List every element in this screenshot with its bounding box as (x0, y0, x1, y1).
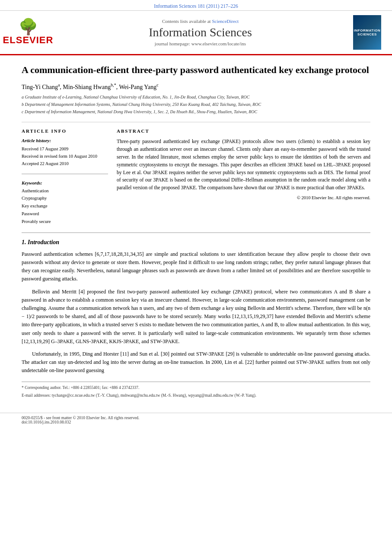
affiliation-a: a Graduate Institute of e-Learning, Nati… (22, 94, 370, 100)
doi-line: doi:10.1016/j.ins.2010.08.032 (22, 420, 370, 424)
journal-name: Information Sciences (56, 25, 344, 39)
bottom-bar: 0020-0255/$ - see front matter © 2010 El… (0, 413, 392, 427)
affiliation-b: b Department of Management Information S… (22, 101, 370, 108)
author-a-sup: a (58, 83, 60, 87)
sciencedirect-link[interactable]: ScienceDirect (212, 19, 239, 24)
section1-para3: Unfortunately, in 1995, Ding and Horster… (22, 350, 370, 375)
article-info-section: ARTICLE INFO Article history: Received 1… (22, 128, 108, 226)
journal-thumbnail: INFORMATION SCIENCES (353, 15, 383, 50)
author-b: Min-Shiang Hwang (63, 83, 111, 90)
author-b-sup: b,* (111, 83, 116, 87)
abstract-section: ABSTRACT Three-party password authentica… (117, 128, 370, 226)
journal-cover-image: INFORMATION SCIENCES (353, 15, 381, 50)
affiliations: a Graduate Institute of e-Learning, Nati… (22, 94, 370, 115)
authors-line: Ting-Yi Changa, Min-Shiang Hwangb,*, Wei… (22, 83, 370, 91)
keyword-4: Password (22, 210, 108, 218)
footnotes: * Corresponding author. Tel.: +886 4 228… (22, 382, 370, 398)
received-date: Received 17 August 2009 (22, 146, 108, 153)
author-c-sup: c (156, 83, 158, 87)
abstract-body: Three-party password authenticated key e… (117, 138, 370, 192)
contents-available-line: Contents lists available at ScienceDirec… (56, 19, 344, 24)
footnote-star: * Corresponding author. Tel.: +886 4 228… (22, 385, 370, 391)
affiliation-c: c Department of Information Management, … (22, 108, 370, 115)
elsevier-logo: 🌳 ELSEVIER (9, 19, 48, 46)
keyword-2: Cryptography (22, 194, 108, 202)
history-dates: Received 17 August 2009 Received in revi… (22, 146, 108, 167)
accepted-date: Accepted 22 August 2010 (22, 160, 108, 168)
section1-title: 1. Introduction (22, 239, 370, 246)
copyright-notice: © 2010 Elsevier Inc. All rights reserved… (117, 195, 370, 200)
section-divider (22, 232, 370, 233)
journal-center-info: Contents lists available at ScienceDirec… (56, 19, 344, 46)
keywords-list: Authentication Cryptography Key exchange… (22, 187, 108, 226)
elsevier-wordmark: ELSEVIER (3, 35, 54, 46)
section1-para2: Bellovin and Merritt [4] proposed the fi… (22, 288, 370, 346)
journal-header: 🌳 ELSEVIER Contents lists available at S… (0, 11, 392, 55)
article-history-label: Article history: (22, 138, 108, 143)
author-a: Ting-Yi Chang (22, 83, 58, 90)
journal-homepage: journal homepage: www.elsevier.com/locat… (56, 41, 344, 46)
citation-text: Information Sciences 181 (2011) 217–226 (154, 3, 238, 9)
author-c: Wei-Pang Yang (119, 83, 156, 90)
journal-citation: Information Sciences 181 (2011) 217–226 (0, 0, 392, 11)
keyword-1: Authentication (22, 187, 108, 195)
abstract-title: ABSTRACT (117, 128, 370, 134)
section1-para1: Password authentication schemes [6,7,17,… (22, 250, 370, 283)
keywords-label: Keywords: (22, 180, 108, 185)
article-info-title: ARTICLE INFO (22, 128, 108, 134)
revised-date: Received in revised form 10 August 2010 (22, 153, 108, 160)
paper-title: A communication-efficient three-party pa… (22, 64, 370, 76)
main-content: A communication-efficient three-party pa… (0, 55, 392, 408)
info-divider (22, 174, 108, 174)
footnote-email: E-mail addresses: tychange@cc.ncue.edu.t… (22, 392, 370, 398)
issn-line: 0020-0255/$ - see front matter © 2010 El… (22, 416, 370, 420)
article-info-abstract: ARTICLE INFO Article history: Received 1… (22, 122, 370, 226)
keyword-5: Provably secure (22, 218, 108, 226)
keyword-3: Key exchange (22, 202, 108, 210)
